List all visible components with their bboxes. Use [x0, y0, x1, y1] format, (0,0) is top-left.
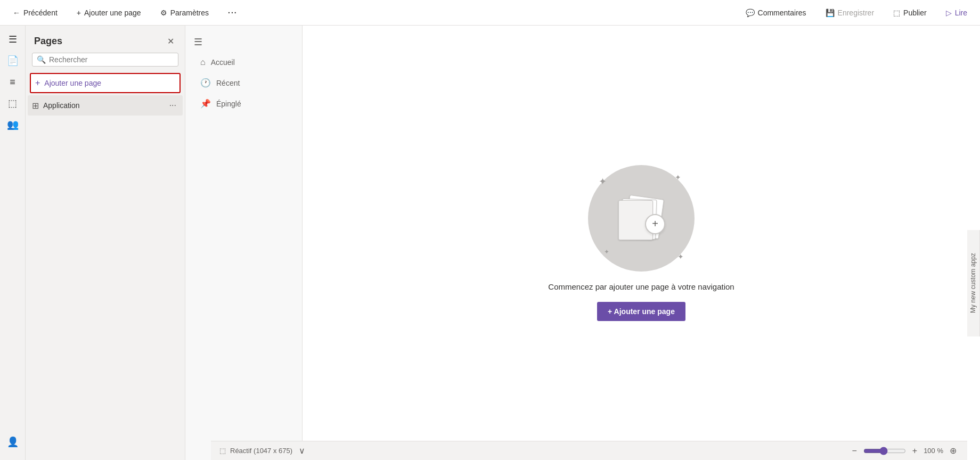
add-page-canvas-label: + Ajouter une page [608, 307, 675, 316]
page-item-more-button[interactable]: ··· [167, 100, 178, 111]
add-page-topbar-label: Ajouter une page [84, 9, 141, 17]
settings-label: Paramètres [170, 9, 209, 17]
read-button[interactable]: ▷ Lire [942, 6, 971, 19]
pages-header: Pages ✕ [26, 26, 185, 53]
topbar-right: 💬 Commentaires 💾 Enregistrer ⬚ Publier ▷… [741, 6, 971, 19]
canvas-message: Commencez par ajouter une page à votre n… [548, 282, 734, 291]
search-box: 🔍 [32, 53, 178, 67]
zoom-out-button[interactable]: − [850, 445, 859, 457]
search-icon: 🔍 [37, 55, 46, 64]
plus-icon: + [35, 78, 40, 88]
sparkle-br-icon: ✦ [677, 252, 684, 261]
pages-close-button[interactable]: ✕ [165, 34, 176, 48]
fit-screen-button[interactable]: ⊕ [948, 445, 959, 457]
add-page-panel-button[interactable]: + Ajouter une page [30, 73, 181, 93]
icon-rail-top: ☰ 📄 ≡ ⬚ 👥 [3, 30, 22, 134]
search-input[interactable] [49, 55, 174, 64]
users-icon[interactable]: 👥 [3, 115, 22, 134]
layers-icon[interactable]: ⬚ [3, 94, 22, 113]
zoom-in-button[interactable]: + [910, 445, 919, 457]
pin-icon: 📌 [200, 98, 211, 109]
add-page-topbar-button[interactable]: + Ajouter une page [72, 6, 145, 19]
canvas-content: ✦ ✦ ✦ + ✦ Commencez par ajouter une page… [548, 165, 734, 321]
account-icon[interactable]: 👤 [3, 432, 22, 451]
add-circle-icon: + [645, 214, 665, 234]
save-label: Enregistrer [838, 9, 874, 17]
hamburger-icon[interactable]: ☰ [3, 30, 22, 49]
play-icon: ▷ [946, 9, 952, 17]
right-label: My new custom appz [967, 230, 980, 336]
recent-icon: 🕐 [200, 78, 211, 88]
responsive-icon: ⬚ [219, 447, 226, 455]
sparkle-tr-icon: ✦ [675, 173, 681, 182]
settings-button[interactable]: ⚙ Paramètres [156, 6, 213, 19]
sparkle-tl-icon: ✦ [599, 176, 607, 187]
nav-panel: ☰ ⌂ Accueil 🕐 Récent 📌 Épinglé [185, 26, 303, 460]
zoom-level: 100 % [924, 447, 943, 455]
pages-icon[interactable]: ≡ [3, 72, 22, 92]
icon-rail: ☰ 📄 ≡ ⬚ 👥 👤 [0, 26, 26, 460]
nav-item-home-label: Accueil [211, 58, 235, 67]
zoom-slider[interactable] [863, 447, 906, 455]
back-label: Précédent [23, 9, 58, 17]
canvas-area: ☰ ⌂ Accueil 🕐 Récent 📌 Épinglé [185, 26, 980, 460]
nav-item-recent[interactable]: 🕐 Récent [190, 72, 298, 93]
canvas: ✦ ✦ ✦ + ✦ Commencez par ajouter une page… [303, 26, 980, 460]
illustration: ✦ ✦ ✦ + ✦ [588, 165, 695, 272]
page-item-application[interactable]: ⊞ Application ··· [28, 95, 183, 116]
nav-item-pinned-label: Épinglé [216, 100, 241, 108]
page-item-label: Application [43, 101, 80, 110]
add-page-canvas-button[interactable]: + Ajouter une page [597, 302, 685, 321]
nav-item-pinned[interactable]: 📌 Épinglé [190, 93, 298, 114]
bottombar-right: − + 100 % ⊕ [850, 445, 959, 457]
page-item-left: ⊞ Application [32, 101, 80, 111]
publish-button[interactable]: ⬚ Publier [889, 6, 931, 19]
back-arrow-icon: ← [13, 9, 20, 17]
pages-panel: Pages ✕ 🔍 + Ajouter une page ⊞ Applicati… [26, 26, 185, 460]
more-button[interactable]: ··· [224, 6, 242, 19]
bottombar: ⬚ Réactif (1047 x 675) ∨ − + 100 % ⊕ [211, 441, 967, 460]
comments-icon: 💬 [746, 9, 755, 17]
topbar: ← Précédent + Ajouter une page ⚙ Paramèt… [0, 0, 980, 26]
nav-item-home[interactable]: ⌂ Accueil [190, 52, 298, 72]
responsive-label: Réactif (1047 x 675) [230, 447, 292, 455]
pages-stack: + [617, 197, 665, 240]
add-page-panel-label: Ajouter une page [44, 79, 101, 87]
pages-title: Pages [34, 36, 62, 47]
publish-icon: ⬚ [893, 9, 900, 17]
back-button[interactable]: ← Précédent [9, 6, 62, 19]
canvas-wrapper: ☰ ⌂ Accueil 🕐 Récent 📌 Épinglé [185, 26, 980, 460]
publish-label: Publier [903, 9, 927, 17]
bottombar-left: ⬚ Réactif (1047 x 675) ∨ [219, 445, 307, 457]
settings-icon: ⚙ [160, 9, 167, 17]
home-icon: ⌂ [200, 58, 206, 67]
nav-item-recent-label: Récent [216, 79, 240, 87]
nav-menu-icon[interactable]: ☰ [185, 32, 302, 52]
document-icon[interactable]: 📄 [3, 51, 22, 70]
save-icon: 💾 [826, 9, 835, 17]
sparkle-bl-icon: ✦ [604, 248, 609, 256]
comments-label: Commentaires [758, 9, 806, 17]
icon-rail-bottom: 👤 [3, 432, 22, 451]
page-grid-icon: ⊞ [32, 101, 39, 111]
main-layout: ☰ 📄 ≡ ⬚ 👥 👤 Pages ✕ 🔍 + Ajouter une page… [0, 26, 980, 460]
save-button[interactable]: 💾 Enregistrer [821, 6, 878, 19]
responsive-dropdown-button[interactable]: ∨ [297, 445, 307, 457]
more-label: ··· [228, 9, 238, 17]
topbar-left: ← Précédent + Ajouter une page ⚙ Paramèt… [9, 6, 242, 19]
add-icon: + [77, 9, 81, 17]
read-label: Lire [955, 9, 967, 17]
comments-button[interactable]: 💬 Commentaires [741, 6, 811, 19]
